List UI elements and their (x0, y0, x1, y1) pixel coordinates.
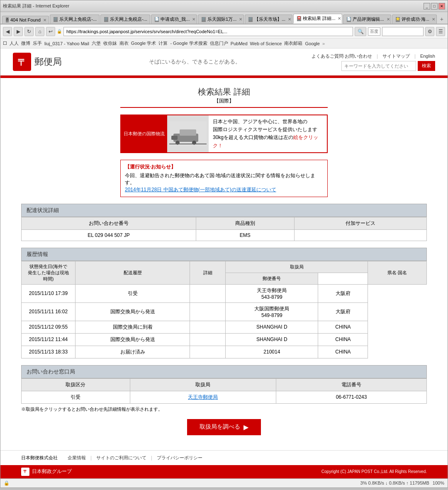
refresh-button[interactable]: ↻ (24, 27, 34, 36)
banner-text: 日本と中国、アジアを中心に、世界各地の 国際ロジスティクスサービスを提供いたしま… (209, 115, 327, 152)
contact-note: ※取扱局をクリックするとお問い合わせ先詳細情報が表示されます。 (21, 406, 427, 412)
bookmark-nanyi[interactable]: 南衣 (119, 40, 129, 46)
new-tab-button[interactable]: + (438, 15, 446, 24)
banner-click-link[interactable]: 絵をクリック！ (213, 134, 318, 148)
notice-link[interactable]: 2014年11月28日 中国あて郵便物(一部地域あて)の送達運延について (125, 187, 276, 193)
bookmark-liubao[interactable]: 六堡 (92, 40, 101, 46)
tab-close-icon[interactable]: ✕ (192, 17, 195, 22)
bookmark-google[interactable]: Google (305, 41, 319, 46)
history-office: SHANGHAI D (226, 321, 318, 333)
tab-close-icon[interactable]: ✕ (432, 17, 435, 22)
jp-logo-text: 郵便局 (34, 56, 62, 68)
jp-search-button[interactable]: 検索 (418, 61, 435, 71)
history-row: 2015/11/13 18:33 お届け済み 210014 CHINA (22, 346, 427, 358)
footer-link-company[interactable]: 企業情報 (68, 455, 86, 460)
bookmark-yahoo[interactable]: liuj_0317 - Yahoo Mail (44, 41, 89, 46)
history-delivery: 国際交換局から発送 (75, 333, 190, 346)
search-icon[interactable]: 🔍 (355, 27, 366, 36)
tab-apply[interactable]: 📄 申请成功_我... ✕ (151, 15, 197, 24)
history-office: 210014 (226, 346, 318, 358)
bookmark-info-portal[interactable]: 信息门户 (210, 40, 228, 46)
status-left: 🔒 (4, 480, 10, 486)
bookmark-renren[interactable]: 人人 (10, 40, 19, 46)
jp-logo: 〒 郵便局 (13, 53, 62, 71)
sitemap-link[interactable]: サイトマップ (382, 54, 410, 59)
tab-rakuten2[interactable]: 🛒 乐天网上免税店-... ✕ (100, 15, 150, 24)
history-prefecture: CHINA (318, 321, 368, 333)
tab-favicon: 🛒 (248, 17, 253, 22)
col-product-type: 商品種別 (196, 217, 294, 229)
window-controls: _ □ ✕ (424, 3, 445, 10)
home-button[interactable]: ⌂ (35, 27, 44, 36)
tab-close-icon[interactable]: ✕ (288, 17, 291, 22)
product-type: EMS (196, 229, 294, 241)
tab-close-icon[interactable]: ✕ (43, 18, 46, 22)
settings-icon[interactable]: ⚙ (425, 27, 434, 36)
bookmarks-overflow[interactable]: » (322, 41, 325, 46)
footer-link-terms[interactable]: サイトのご利用について (96, 455, 146, 460)
bookmark-nanyi-mail[interactable]: 南衣邮箱 (284, 40, 302, 46)
title-divider (120, 107, 328, 108)
search-btn-container: 取扱局を調べる ▶ (21, 419, 427, 435)
tab-rakuten1[interactable]: 🛒 乐天网上免税店-... ✕ (50, 15, 100, 24)
contact-section: お問い合わせ窓口局 取扱区分 取扱局 電話番号 引受 天王寺郵便 (21, 365, 427, 412)
tab-close-icon[interactable]: ✕ (338, 16, 341, 21)
bookmark-leso[interactable]: 乐手 (33, 40, 42, 46)
faq-link[interactable]: よくあるご質問·お問い合わせ (312, 54, 372, 59)
contact-phone: 06-6771-0243 (276, 391, 427, 403)
forward-button[interactable]: ▶ (14, 27, 23, 36)
tab-rakuten3[interactable]: 🛒 乐天国际1万... ✕ (198, 15, 244, 24)
delivery-row: EL 029 044 507 JP EMS (22, 229, 427, 241)
tab-label: 乐天国际1万... (207, 16, 236, 22)
search-office-label: 取扱局を調べる (200, 423, 240, 431)
contact-col1: 取扱区分 (22, 378, 130, 391)
bookmark-weibo[interactable]: 微博 (21, 40, 30, 46)
bookmark-google-scholar[interactable]: Google 学术 (131, 40, 156, 46)
svg-rect-6 (180, 129, 196, 136)
bookmark-pubmed[interactable]: PubMed (231, 41, 248, 46)
search-office-button[interactable]: 取扱局を調べる ▶ (187, 419, 261, 435)
tab-rating[interactable]: ⭐ 评价成功·海... ✕ (392, 15, 437, 24)
tab-404[interactable]: ⚠ 404 Not Found ✕ (2, 16, 49, 24)
bookmark-scholar-search[interactable]: - Google 学术搜索 (170, 40, 207, 46)
back-button[interactable]: ◀ (3, 27, 12, 36)
tab-close-icon[interactable]: ✕ (150, 17, 150, 22)
jp-search-input[interactable] (341, 61, 416, 71)
col-prefecture: 県名·国名 (368, 261, 427, 284)
banner-text-line3: 30kgを超える大口貨物の輸送は左の絵をクリック！ (213, 134, 323, 149)
tab-rakuten4[interactable]: 🛒 【乐天市场】... ✕ (245, 15, 292, 24)
history-date: 2015/11/13 18:33 (22, 346, 75, 358)
tab-bar: ⚠ 404 Not Found ✕ 🛒 乐天网上免税店-... ✕ 🛒 乐天网上… (0, 12, 448, 24)
contact-col2: 取扱局 (130, 378, 276, 391)
page-title: 検索結果 詳細 (21, 86, 427, 98)
bookmark-web-of-science[interactable]: Web of Science (250, 41, 282, 46)
tab-close-icon[interactable]: ✕ (387, 17, 390, 22)
history-section-header: 履歴情報 (21, 248, 427, 261)
tab-close-icon[interactable]: ✕ (239, 17, 242, 22)
tab-tracking[interactable]: 📮 検索結果 詳細... ✕ (293, 14, 342, 24)
footer-link-privacy[interactable]: プライバシーポリシー (157, 455, 202, 460)
browser-search-input[interactable] (382, 27, 424, 36)
english-link[interactable]: English (420, 54, 435, 59)
tools-icon[interactable]: ☰ (436, 27, 445, 36)
history-detail (190, 302, 226, 321)
jp-footer-logo: 〒 日本郵政グループ (21, 468, 72, 476)
close-button[interactable]: ✕ (438, 3, 445, 10)
maximize-button[interactable]: □ (431, 3, 438, 10)
contact-office-link[interactable]: 天王寺郵便局 (188, 394, 218, 400)
history-office: 天王寺郵便局 543-8799 (226, 284, 318, 302)
tab-review[interactable]: 📄 产品评测编辑... ✕ (343, 15, 391, 24)
undo-button[interactable]: ↩ (46, 27, 55, 36)
history-delivery: 引受 (75, 284, 190, 302)
jp-header: 〒 郵便局 そばにいるから、できることがある。 よくあるご質問·お問い合わせ ｜… (0, 49, 448, 76)
tab-close-icon[interactable]: ✕ (99, 17, 100, 22)
bookmark-calc[interactable]: 计算 (158, 40, 168, 46)
history-date: 2015/11/10 17:39 (22, 284, 75, 302)
minimize-button[interactable]: _ (424, 3, 430, 10)
footer-links: 企業情報 ｜ サイトのご利用について ｜ プライバシーポリシー (66, 455, 204, 461)
bookmark-shouni[interactable]: 收你妹 (103, 40, 117, 46)
history-detail (190, 284, 226, 302)
address-input[interactable] (63, 27, 353, 36)
history-date: 2015/11/11 16:02 (22, 302, 75, 321)
window-title: 検索結果 詳細 - Internet Explorer (3, 3, 69, 9)
